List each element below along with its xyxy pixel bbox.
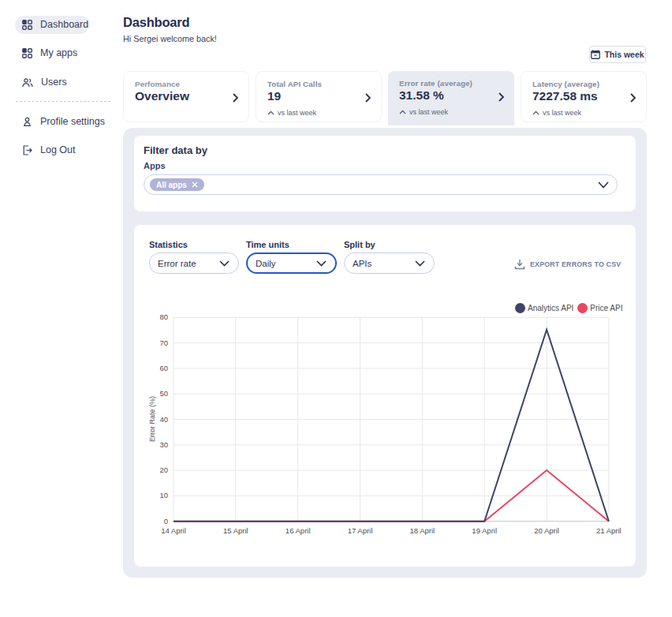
svg-text:20 April: 20 April [534,526,559,535]
svg-text:40: 40 [159,415,168,424]
svg-text:20: 20 [159,466,168,474]
svg-text:18 April: 18 April [410,526,435,535]
svg-text:17 April: 17 April [348,526,373,535]
svg-text:16 April: 16 April [286,526,311,535]
svg-text:70: 70 [159,338,168,347]
svg-text:60: 60 [159,364,168,372]
svg-text:14 April: 14 April [161,526,186,535]
svg-text:10: 10 [159,491,168,499]
svg-text:30: 30 [159,440,168,449]
svg-text:0: 0 [164,517,168,525]
svg-text:21 April: 21 April [596,526,622,535]
svg-text:15 April: 15 April [223,526,248,535]
svg-text:80: 80 [159,312,168,321]
svg-text:Error Rate (%): Error Rate (%) [148,396,156,442]
svg-text:19 April: 19 April [472,526,497,535]
svg-text:50: 50 [159,389,168,398]
